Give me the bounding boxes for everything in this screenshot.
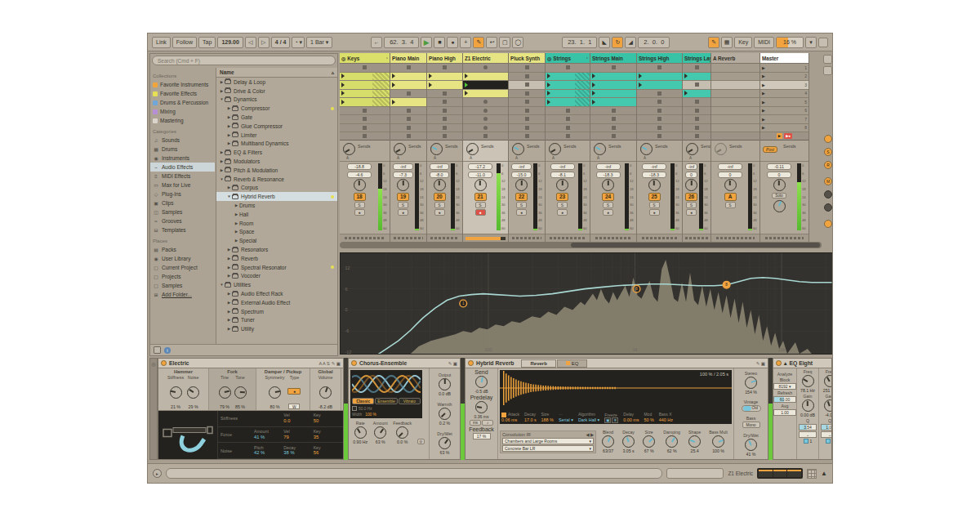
- peak-value[interactable]: -inf: [718, 163, 742, 170]
- track-header-keys[interactable]: ◎Keys◔: [340, 53, 390, 64]
- sidebar-item-favorite-effects[interactable]: Favorite Effects: [150, 89, 215, 98]
- scene-4[interactable]: ▶4: [760, 90, 808, 99]
- send-a-knob[interactable]: [394, 143, 406, 155]
- track-activator-button[interactable]: 24: [602, 193, 614, 201]
- browser-item-space[interactable]: ▶ Space: [216, 228, 337, 237]
- track-header-strings-main[interactable]: Strings Main: [590, 53, 636, 64]
- browser-item-drums[interactable]: ▶ Drums: [216, 201, 337, 210]
- arm-button[interactable]: ●: [354, 209, 365, 216]
- predelay-note-button[interactable]: ♪: [482, 420, 493, 426]
- track-status-row[interactable]: [760, 234, 808, 242]
- clip-stop-slot[interactable]: [509, 107, 545, 116]
- scene-8[interactable]: ▶8: [760, 124, 808, 133]
- track-stop-button-row[interactable]: [509, 132, 545, 141]
- clip-stop-slot[interactable]: [546, 115, 590, 124]
- clip-stop-slot[interactable]: [590, 115, 636, 124]
- expand-arrow-icon[interactable]: ▶: [226, 141, 232, 145]
- expand-arrow-icon[interactable]: ▶: [226, 301, 232, 305]
- clip-play-icon[interactable]: [465, 91, 468, 96]
- record-slot[interactable]: [463, 98, 508, 107]
- width-value[interactable]: 100 %: [365, 413, 376, 417]
- clip-play-icon[interactable]: [592, 100, 595, 105]
- clip-play-icon[interactable]: [341, 100, 345, 105]
- pan-knob[interactable]: [434, 179, 446, 191]
- eq-spectrum-display[interactable]: 1260-6-121001k10k168: [340, 252, 833, 355]
- device-view-selector[interactable]: ◎: [149, 358, 158, 460]
- warmth-knob[interactable]: [439, 408, 451, 420]
- browser-item-spectrum[interactable]: ▶ Spectrum: [216, 307, 337, 316]
- browser-item-drive-color[interactable]: ▶ Drive & Color: [216, 87, 337, 96]
- band-1-filter-type-select[interactable]: ⌄: [799, 431, 817, 438]
- track-status-row[interactable]: [463, 234, 508, 242]
- clip-stop-slot[interactable]: [546, 107, 590, 116]
- type-button[interactable]: ●: [287, 388, 301, 395]
- clip-play-icon[interactable]: [547, 91, 550, 96]
- stiffness-knob[interactable]: [170, 386, 182, 399]
- pan-knob[interactable]: [773, 179, 786, 191]
- expand-arrow-icon[interactable]: ▶: [226, 133, 232, 137]
- browser-item-room[interactable]: ▶ Room: [216, 219, 337, 228]
- browser-item-audio-effect-rack[interactable]: ▶ Audio Effect Rack: [216, 289, 337, 298]
- send-knob[interactable]: [475, 376, 488, 388]
- band-2-enable[interactable]: 2: [826, 439, 832, 444]
- overdub-button[interactable]: +: [460, 37, 471, 48]
- sidebar-item-max-for-live[interactable]: ▭Max for Live: [150, 181, 215, 190]
- sidebar-item-user-library[interactable]: ◉User Library: [150, 254, 215, 263]
- peak-value[interactable]: -inf: [511, 163, 532, 170]
- empty-slot[interactable]: [711, 107, 760, 116]
- clip-play-icon[interactable]: [429, 83, 432, 87]
- mode-ensemble-button[interactable]: Ensemble: [375, 398, 397, 404]
- cell-key[interactable]: Key35: [314, 429, 343, 440]
- play-button[interactable]: ▶: [421, 37, 432, 48]
- browser-item-multiband-dynamics[interactable]: ▶ Multiband Dynamics: [216, 140, 337, 149]
- expand-arrow-icon[interactable]: ▶: [226, 256, 232, 261]
- clip-play-icon[interactable]: [341, 83, 345, 87]
- expand-arrow-icon[interactable]: ▶: [234, 239, 239, 243]
- track-activator-button[interactable]: 23: [556, 193, 568, 201]
- solo-button[interactable]: S: [557, 202, 568, 208]
- session-record-button[interactable]: ◯: [512, 37, 523, 48]
- clip-stop-slot[interactable]: [637, 115, 682, 124]
- clip-stop-slot[interactable]: [590, 64, 636, 73]
- clip-play-icon[interactable]: [547, 100, 550, 105]
- show-mixer-toggle[interactable]: M: [824, 177, 832, 185]
- type-w-value[interactable]: W: [288, 404, 300, 409]
- peak-value[interactable]: -18.8: [347, 163, 372, 170]
- clip-stop-slot[interactable]: [590, 107, 636, 116]
- expand-arrow-icon[interactable]: ▶: [226, 274, 232, 278]
- browser-item-compressor[interactable]: ▶ Compressor: [216, 104, 337, 113]
- clip-stop-slot[interactable]: [427, 124, 462, 133]
- clip[interactable]: [637, 81, 682, 90]
- playing-clip[interactable]: [463, 81, 508, 90]
- clip[interactable]: [590, 73, 636, 82]
- track-header-piano-high[interactable]: Piano High: [427, 53, 462, 64]
- expand-arrow-icon[interactable]: ▶: [226, 185, 232, 190]
- clip-stop-slot[interactable]: [390, 90, 426, 99]
- browser-item-tuner[interactable]: ▶ Tuner: [216, 316, 337, 325]
- volume-value[interactable]: -8.0: [430, 172, 449, 178]
- reenable-automation-button[interactable]: ↩: [486, 37, 497, 48]
- clip-stop-slot[interactable]: [390, 107, 426, 116]
- expand-arrow-icon[interactable]: ▶: [226, 292, 232, 296]
- expand-arrow-icon[interactable]: ▶: [234, 212, 239, 216]
- scene-play-icon[interactable]: ▶: [762, 117, 765, 122]
- browser-item-corpus[interactable]: ▶ Corpus: [216, 184, 337, 193]
- io-overview-toggle[interactable]: [823, 55, 832, 64]
- peak-value[interactable]: -inf: [393, 163, 413, 170]
- track-status-row[interactable]: [683, 234, 710, 242]
- scene-play-icon[interactable]: ▶: [762, 65, 765, 70]
- punch-in-button[interactable]: ◣: [599, 37, 610, 48]
- freeze-button-1[interactable]: ▣: [604, 417, 611, 423]
- param-mod[interactable]: Mod50 %: [644, 412, 653, 423]
- sidebar-item-packs[interactable]: ▤Packs: [150, 245, 215, 254]
- peak-value[interactable]: -inf: [550, 163, 575, 170]
- band-1-gain-knob[interactable]: [802, 399, 814, 412]
- clip-stop-slot[interactable]: [509, 124, 545, 133]
- clip-stop-slot[interactable]: [637, 64, 682, 73]
- chorus-title-bar[interactable]: Chorus-Ensemble ✎ ▣: [349, 359, 460, 368]
- solo-button[interactable]: S: [398, 202, 408, 208]
- loop-start-value[interactable]: 23. 1. 1: [562, 37, 597, 48]
- band-2-filter-type-select[interactable]: ⌄: [821, 431, 832, 438]
- group-clip[interactable]: [340, 90, 390, 99]
- browser-item-dynamics[interactable]: ▼ Dynamics: [216, 96, 337, 105]
